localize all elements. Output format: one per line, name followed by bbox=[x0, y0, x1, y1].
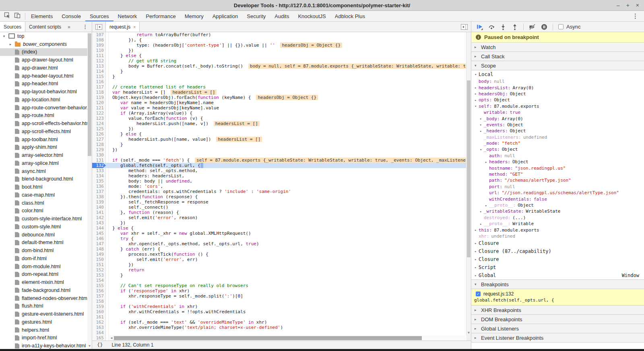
line-number[interactable]: 143 bbox=[92, 220, 106, 226]
expand-triangle-icon[interactable]: ▸ bbox=[480, 222, 483, 226]
expand-triangle-icon[interactable]: ▸ bbox=[475, 92, 478, 96]
line-number[interactable]: 134 bbox=[92, 173, 106, 179]
scope-variable-row[interactable]: ▸_body:Array(0) bbox=[471, 115, 644, 121]
line-number[interactable]: 141 bbox=[92, 210, 106, 215]
tab-application[interactable]: Application bbox=[208, 11, 243, 21]
scope-variable-row[interactable]: ▸_events:Object bbox=[471, 122, 644, 128]
step-into-button[interactable] bbox=[500, 24, 506, 30]
line-number[interactable]: 113 bbox=[92, 64, 106, 69]
line-number[interactable]: 120 bbox=[92, 100, 106, 105]
collapse-triangle-icon[interactable]: ▾ bbox=[475, 72, 478, 76]
line-number[interactable]: 115 bbox=[92, 74, 106, 79]
tree-item-file[interactable]: helpers.html bbox=[0, 326, 92, 334]
scope-variable-row[interactable]: ▸_writableState:WritableState bbox=[471, 208, 644, 214]
navigator-menu-icon[interactable]: ⋮ bbox=[78, 22, 92, 32]
tree-item-file[interactable]: dom-repeat.html bbox=[0, 271, 92, 279]
expand-triangle-icon[interactable]: ▸ bbox=[475, 228, 478, 232]
tree-item-file[interactable]: dom-if.html bbox=[0, 255, 92, 263]
line-number[interactable]: 139 bbox=[92, 199, 106, 205]
tree-item-file[interactable]: class.html bbox=[0, 199, 92, 207]
close-icon[interactable]: × bbox=[133, 25, 136, 29]
scope-variable-row[interactable]: ▸opts:Object bbox=[471, 97, 644, 103]
tab-console[interactable]: Console bbox=[57, 11, 85, 21]
line-number[interactable]: 144 bbox=[92, 226, 106, 231]
tree-item-file[interactable]: flush.html bbox=[0, 302, 92, 310]
line-number[interactable]: 145 bbox=[92, 231, 106, 236]
expand-triangle-icon[interactable]: ▾ bbox=[475, 104, 478, 108]
line-number[interactable]: 160 bbox=[92, 309, 106, 314]
disclosure-triangle-icon[interactable]: ▾ bbox=[2, 34, 6, 38]
tree-item-file[interactable]: custom-style.html bbox=[0, 223, 92, 231]
expand-triangle-icon[interactable]: ▸ bbox=[485, 160, 489, 164]
line-number[interactable]: 153 bbox=[92, 273, 106, 278]
tree-item-file[interactable]: (index) bbox=[0, 48, 92, 56]
expand-triangle-icon[interactable]: ▸ bbox=[480, 209, 483, 213]
line-number[interactable]: 117 bbox=[92, 84, 106, 90]
line-number[interactable]: 146 bbox=[92, 236, 106, 241]
line-number[interactable]: 152 bbox=[92, 267, 106, 273]
maximize-button[interactable]: + bbox=[626, 2, 630, 8]
expand-triangle-icon[interactable]: ▸ bbox=[475, 86, 478, 90]
async-checkbox[interactable] bbox=[558, 24, 564, 29]
scope-variable-row[interactable]: ▸headers:Object bbox=[471, 159, 644, 165]
tree-item-file[interactable]: array-selector.html bbox=[0, 151, 92, 159]
scope-group-script[interactable]: ▸Script bbox=[471, 263, 644, 271]
tree-item-file[interactable]: app-drawer-layout.html bbox=[0, 56, 92, 64]
line-number[interactable]: 142 bbox=[92, 215, 106, 220]
scope-variable-row[interactable]: ▸this:87.module.exports bbox=[471, 227, 644, 233]
scrollbar-down-arrow[interactable]: ▼ bbox=[466, 331, 471, 335]
editor-vertical-scrollbar[interactable]: ▼ bbox=[466, 32, 471, 335]
tree-item-file[interactable]: apply-shim.html bbox=[0, 144, 92, 152]
sidebar-tab-sources[interactable]: Sources bbox=[0, 22, 25, 32]
scrollbar-left-arrow[interactable]: ◀ bbox=[109, 336, 114, 340]
scope-variable-row[interactable]: hostname:"json.readingpl.us" bbox=[471, 165, 644, 171]
line-number[interactable]: 159 bbox=[92, 304, 106, 309]
line-number[interactable]: 147 bbox=[92, 241, 106, 246]
line-number[interactable]: 118 bbox=[92, 90, 106, 95]
async-label[interactable]: Async bbox=[566, 24, 580, 30]
tree-item-file[interactable]: import-href.html bbox=[0, 334, 92, 342]
line-number[interactable]: 108 bbox=[92, 37, 106, 43]
tab-adblock-plus[interactable]: Adblock Plus bbox=[330, 11, 369, 21]
panel-toggle-icon[interactable] bbox=[458, 22, 471, 32]
scope-variable-row[interactable]: _mode:"fetch" bbox=[471, 140, 644, 146]
scope-variable-row[interactable]: auth:null bbox=[471, 153, 644, 159]
scope-group-closure[interactable]: ▸Closure bbox=[471, 239, 644, 247]
tree-item-file[interactable]: blend-background.html bbox=[0, 175, 92, 183]
line-number[interactable]: 155 bbox=[92, 283, 106, 288]
tree-item-file[interactable]: default-theme.html bbox=[0, 239, 92, 247]
collapse-triangle-icon[interactable]: ▾ bbox=[475, 64, 478, 68]
line-number[interactable]: 149 bbox=[92, 252, 106, 257]
sidebar-tab-content-scripts[interactable]: Content scripts bbox=[25, 22, 65, 32]
line-number[interactable]: 121 bbox=[92, 105, 106, 111]
scope-group-closure-capability-[interactable]: ▸Closure (87../capability) bbox=[471, 247, 644, 255]
line-number[interactable]: 119 bbox=[92, 95, 106, 100]
line-number[interactable]: 161 bbox=[92, 314, 106, 320]
more-tabs-icon[interactable]: » bbox=[65, 22, 73, 32]
inspect-element-icon[interactable] bbox=[4, 12, 10, 20]
line-number[interactable]: 163 bbox=[92, 325, 106, 330]
line-number[interactable]: 151 bbox=[92, 262, 106, 267]
line-number[interactable]: 124 bbox=[92, 121, 106, 126]
tree-item-file[interactable]: gesture-event-listeners.html bbox=[0, 310, 92, 318]
scope-variable-row[interactable]: xhr:undefined bbox=[471, 233, 644, 239]
tree-item-file[interactable]: app-layout-behavior.html bbox=[0, 88, 92, 96]
tree-item-file[interactable]: fade-background.html bbox=[0, 286, 92, 294]
line-number[interactable]: 154 bbox=[92, 278, 106, 283]
section-call-stack[interactable]: ▸ Call Stack bbox=[471, 52, 644, 61]
scope-variable-row[interactable]: ▸_headers:Object bbox=[471, 128, 644, 134]
sidebar-scrollbar[interactable]: ▼ bbox=[87, 32, 92, 349]
line-number[interactable]: 107 bbox=[92, 32, 106, 37]
close-button[interactable]: × bbox=[636, 2, 639, 8]
scope-variable-row[interactable]: writable:true bbox=[471, 109, 644, 115]
tree-item-file[interactable]: boot.html bbox=[0, 183, 92, 191]
breakpoint-checkbox[interactable]: ✓ bbox=[476, 291, 481, 296]
scope-variable-row[interactable]: ▸headersList:Array(0) bbox=[471, 84, 644, 90]
expand-triangle-icon[interactable]: ▸ bbox=[475, 98, 478, 102]
scope-variable-row[interactable]: ▸__proto__:Object bbox=[471, 202, 644, 208]
scope-variable-row[interactable]: ▾_opts:Object bbox=[471, 146, 644, 152]
scope-group-global[interactable]: ▸GlobalWindow bbox=[471, 271, 644, 279]
expand-triangle-icon[interactable]: ▾ bbox=[480, 148, 483, 152]
tree-item-file[interactable]: app-drawer.html bbox=[0, 64, 92, 72]
tree-item-file[interactable]: custom-style-interface.html bbox=[0, 215, 92, 223]
